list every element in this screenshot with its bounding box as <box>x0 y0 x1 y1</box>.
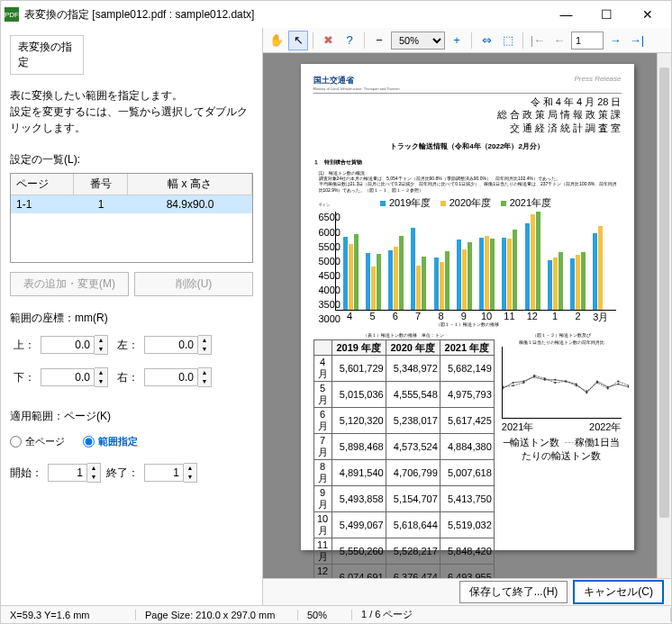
page-input[interactable] <box>571 32 604 50</box>
app-icon: PDF <box>5 7 19 22</box>
end-input[interactable] <box>144 464 184 482</box>
svg-point-17 <box>544 378 546 380</box>
window-title: 表変換の指定 [sample012.pdf : sample012.datx] <box>24 7 546 23</box>
spin-down[interactable]: ▼ <box>95 377 107 386</box>
col-size: 幅 x 高さ <box>128 174 252 194</box>
status-bar: X=59.3 Y=1.6 mm Page Size: 210.0 x 297.0… <box>1 605 671 623</box>
add-modify-button[interactable]: 表の追加・変更(M) <box>10 272 129 296</box>
save-close-button[interactable]: 保存して終了...(H) <box>459 581 568 603</box>
svg-point-23 <box>607 388 609 390</box>
right-label: 右： <box>114 370 139 385</box>
col-page: ページ <box>11 174 74 194</box>
line-chart: （図１－２）輸送トン数及び 稼働１日当たりの輸送トン数の前年同月比 2021年 … <box>502 332 622 578</box>
svg-point-13 <box>503 386 504 388</box>
last-page-icon[interactable]: →| <box>627 31 647 50</box>
radio-range[interactable]: 範囲指定 <box>83 435 138 448</box>
help-icon[interactable]: ? <box>340 31 359 50</box>
press-release: Press Release <box>574 75 621 83</box>
spin-down[interactable]: ▼ <box>95 345 107 354</box>
status-zoom: 50% <box>298 610 352 620</box>
list-label: 設定の一覧(L): <box>10 152 253 167</box>
left-label: 左： <box>114 338 139 353</box>
status-coord: X=59.3 Y=1.6 mm <box>1 610 136 620</box>
fit-page-icon[interactable]: ⬚ <box>498 31 518 50</box>
spin-down[interactable]: ▼ <box>198 345 211 354</box>
start-label: 開始： <box>10 466 42 481</box>
svg-point-16 <box>533 375 535 376</box>
prev-page-icon[interactable]: ← <box>549 31 569 50</box>
spin-down[interactable]: ▼ <box>184 473 196 482</box>
spin-down[interactable]: ▼ <box>87 473 100 482</box>
fit-width-icon[interactable]: ⇔ <box>477 31 496 50</box>
start-input[interactable] <box>48 464 87 482</box>
panel-title: 表変換の指定 <box>10 35 84 75</box>
dialog-window: PDF 表変換の指定 [sample012.pdf : sample012.da… <box>0 0 672 624</box>
delete-icon[interactable]: ✖ <box>318 31 338 50</box>
svg-point-20 <box>576 385 577 387</box>
coord-label: 範囲の座標：mm(R) <box>10 311 253 326</box>
svg-point-18 <box>554 382 556 384</box>
bottom-label: 下： <box>10 370 35 385</box>
bar-chart: 2019年度 2020年度 2021年度 千トン 650060005500500… <box>319 196 616 318</box>
zoom-in-icon[interactable]: + <box>447 31 467 50</box>
ministry-logo: 国土交通省 <box>313 75 400 86</box>
table-row[interactable]: 1-1 1 84.9x90.0 <box>11 195 252 213</box>
status-size: Page Size: 210.0 x 297.0 mm <box>136 610 298 620</box>
pointer-tool-icon[interactable]: ↖ <box>288 31 308 50</box>
cancel-button[interactable]: キャンセル(C) <box>573 580 664 604</box>
maximize-button[interactable]: ☐ <box>586 1 627 28</box>
end-label: 終了： <box>106 466 139 481</box>
minimize-button[interactable]: — <box>546 1 586 28</box>
top-label: 上： <box>10 338 35 353</box>
spin-up[interactable]: ▲ <box>95 368 107 377</box>
close-button[interactable]: ✕ <box>627 1 667 28</box>
data-table: 2019 年度2020 年度2021 年度4 月5,601,7295,348,9… <box>313 339 495 578</box>
zoom-combo[interactable]: 50% <box>391 32 445 50</box>
radio-all-pages[interactable]: 全ページ <box>10 435 65 448</box>
titlebar: PDF 表変換の指定 [sample012.pdf : sample012.da… <box>1 1 671 28</box>
apply-label: 適用範囲：ページ(K) <box>10 409 253 424</box>
bottom-input[interactable] <box>41 368 95 386</box>
right-input[interactable] <box>144 368 198 386</box>
top-input[interactable] <box>41 336 95 354</box>
hand-tool-icon[interactable]: ✋ <box>267 31 286 50</box>
svg-point-24 <box>617 381 619 383</box>
dialog-buttons: 保存して終了...(H) キャンセル(C) <box>263 578 671 605</box>
status-page: 1 / 6 ページ <box>352 608 671 621</box>
svg-point-14 <box>513 385 514 387</box>
pdf-page: 国土交通省 Ministry of Land, Infrastructure, … <box>301 64 634 550</box>
left-input[interactable] <box>144 336 198 354</box>
spin-down[interactable]: ▼ <box>198 377 211 386</box>
svg-point-21 <box>586 391 587 393</box>
zoom-out-icon[interactable]: − <box>369 31 389 50</box>
spin-up[interactable]: ▲ <box>198 368 211 377</box>
preview-panel: ✋ ↖ ✖ ? − 50% + ⇔ ⬚ |← ← → →| <box>262 28 671 605</box>
settings-table[interactable]: ページ 番号 幅 x 高さ 1-1 1 84.9x90.0 <box>10 173 253 263</box>
toolbar: ✋ ↖ ✖ ? − 50% + ⇔ ⬚ |← ← → →| <box>263 28 671 53</box>
svg-point-22 <box>596 382 598 384</box>
first-page-icon[interactable]: |← <box>528 31 548 50</box>
spin-up[interactable]: ▲ <box>87 464 100 473</box>
svg-point-15 <box>522 382 524 384</box>
settings-panel: 表変換の指定 表に変換したい範囲を指定します。 設定を変更するには、一覧から選択… <box>1 28 262 605</box>
panel-description: 表に変換したい範囲を指定します。 設定を変更するには、一覧から選択してダブルクリ… <box>10 87 253 136</box>
svg-point-19 <box>565 381 567 383</box>
spin-up[interactable]: ▲ <box>184 464 196 473</box>
preview-area[interactable]: 国土交通省 Ministry of Land, Infrastructure, … <box>263 53 671 578</box>
delete-button[interactable]: 削除(U) <box>134 272 253 296</box>
col-num: 番号 <box>74 174 128 194</box>
spin-up[interactable]: ▲ <box>198 336 211 345</box>
next-page-icon[interactable]: → <box>605 31 625 50</box>
spin-up[interactable]: ▲ <box>95 336 107 345</box>
vertical-scrollbar[interactable] <box>657 53 671 578</box>
doc-title: トラック輸送情報（令和4年（2022年）2月分） <box>313 141 622 151</box>
doc-meta: 令 和 4 年 4 月 28 日 総 合 政 策 局 情 報 政 策 課 交 通… <box>313 95 622 134</box>
